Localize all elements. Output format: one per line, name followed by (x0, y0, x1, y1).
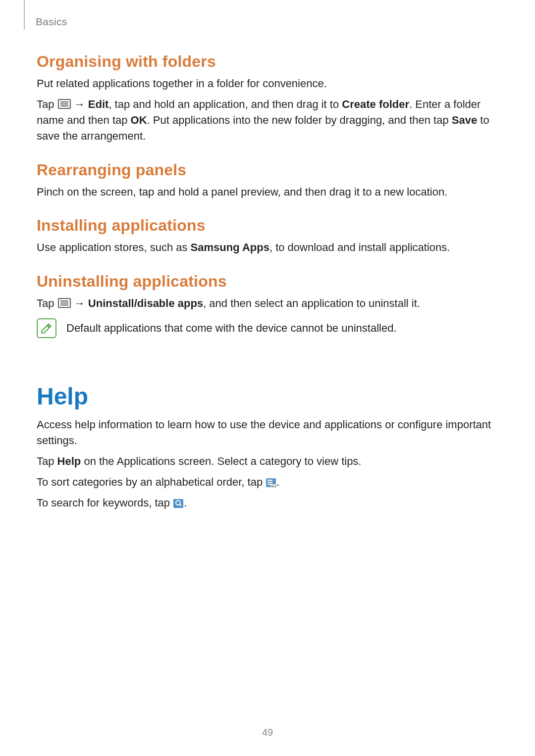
text-fragment: Tap (37, 98, 57, 110)
text-fragment: Tap (37, 297, 57, 309)
text-fragment: on the Applications screen. Select a cat… (81, 455, 361, 467)
header-rule (24, 0, 25, 30)
body-text: To search for keywords, tap . (37, 495, 498, 511)
pencil-icon (40, 322, 53, 335)
text-fragment: → (71, 98, 88, 110)
body-text: Put related applications together in a f… (37, 76, 498, 92)
body-text: Tap → Edit, tap and hold an application,… (37, 97, 498, 144)
heading-rearranging-panels: Rearranging panels (37, 161, 498, 179)
bold-help: Help (57, 455, 81, 467)
page-content: Organising with folders Put related appl… (37, 19, 498, 511)
section-breadcrumb: Basics (36, 16, 67, 28)
bold-save: Save (452, 114, 477, 126)
bold-ok: OK (131, 114, 147, 126)
text-fragment: , tap and hold an application, and then … (108, 98, 342, 110)
heading-installing-applications: Installing applications (37, 216, 498, 235)
manual-page: Basics Organising with folders Put relat… (0, 0, 535, 756)
text-fragment: Tap (37, 455, 57, 467)
body-text: Tap Help on the Applications screen. Sel… (37, 454, 498, 469)
body-text: Pinch on the screen, tap and hold a pane… (37, 184, 498, 200)
bold-samsung-apps: Samsung Apps (191, 241, 269, 253)
body-text: To sort categories by an alphabetical or… (37, 474, 498, 490)
menu-icon (58, 298, 71, 308)
note-block: Default applications that come with the … (37, 318, 498, 338)
note-icon (37, 318, 56, 338)
bold-edit: Edit (88, 98, 109, 110)
text-fragment: , and then select an application to unin… (203, 297, 420, 309)
bold-uninstall-disable-apps: Uninstall/disable apps (88, 297, 203, 309)
page-number: 49 (0, 727, 535, 738)
search-icon (173, 499, 183, 508)
body-text: Tap → Uninstall/disable apps, and then s… (37, 296, 498, 311)
text-fragment: Use application stores, such as (37, 241, 191, 253)
text-fragment: , to download and install applications. (269, 241, 450, 253)
text-fragment: → (71, 297, 88, 309)
heading-organising-with-folders: Organising with folders (37, 52, 498, 71)
text-fragment: To sort categories by an alphabetical or… (37, 476, 266, 488)
bold-create-folder: Create folder (342, 98, 409, 110)
text-fragment: . (276, 476, 279, 488)
text-fragment: . (184, 497, 187, 509)
menu-icon (58, 99, 71, 109)
body-text: Use application stores, such as Samsung … (37, 240, 498, 255)
text-fragment: To search for keywords, tap (37, 497, 173, 509)
text-fragment: . Put applications into the new folder b… (147, 114, 452, 126)
body-text: Access help information to learn how to … (37, 417, 498, 449)
sort-az-icon (266, 478, 276, 487)
heading-uninstalling-applications: Uninstalling applications (37, 272, 498, 291)
note-text: Default applications that come with the … (66, 320, 397, 336)
heading-help: Help (37, 383, 498, 410)
